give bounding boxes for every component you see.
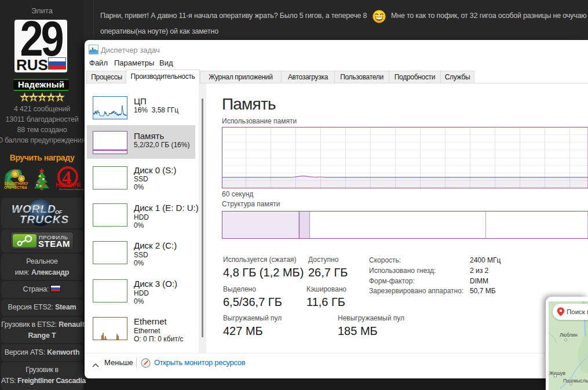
svg-text:День Народного Единства: День Народного Единства xyxy=(59,188,84,191)
svg-text:ОТЕЧЕСТВА: ОТЕЧЕСТВА xyxy=(4,185,27,189)
svg-text:НОЯБРЯ: НОЯБРЯ xyxy=(56,182,81,188)
svg-text:TRUCKS: TRUCKS xyxy=(20,213,69,225)
